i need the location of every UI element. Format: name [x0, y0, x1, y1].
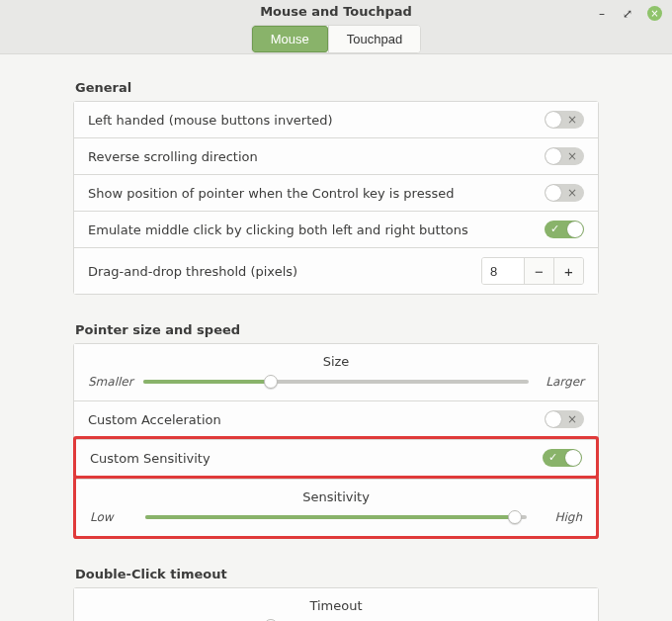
block-dclick-timeout: Timeout Short Long [74, 588, 598, 621]
section-title-dclick: Double-Click timeout [75, 567, 599, 581]
label-dnd-threshold: Drag-and-drop threshold (pixels) [88, 264, 481, 279]
panel-pointer: Size Smaller Larger Custom Acceleration … [73, 343, 599, 539]
label-size-min: Smaller [88, 375, 133, 389]
row-reverse-scroll: Reverse scrolling direction [74, 137, 598, 174]
block-pointer-size: Size Smaller Larger [74, 344, 598, 400]
label-custom-accel: Custom Acceleration [88, 412, 545, 427]
window-title: Mouse and Touchpad [260, 4, 412, 19]
row-left-handed: Left handed (mouse buttons inverted) [74, 102, 598, 137]
toggle-custom-sens[interactable] [543, 449, 582, 467]
minimize-button[interactable]: – [596, 8, 608, 20]
button-dnd-plus[interactable]: + [553, 258, 583, 284]
toggle-emulate-middle[interactable] [545, 221, 584, 238]
row-dnd-threshold: Drag-and-drop threshold (pixels) − + [74, 247, 598, 294]
label-timeout: Timeout [88, 598, 584, 613]
toggle-custom-accel[interactable] [545, 410, 584, 428]
label-size-max: Larger [539, 375, 584, 389]
slider-pointer-size[interactable] [143, 375, 529, 389]
row-custom-sens: Custom Sensitivity [76, 439, 596, 476]
row-custom-accel: Custom Acceleration [74, 400, 598, 437]
tab-bar: Mouse Touchpad [251, 25, 421, 53]
tab-touchpad[interactable]: Touchpad [328, 26, 420, 52]
label-sens-max: High [537, 510, 582, 524]
input-dnd-threshold[interactable] [482, 258, 524, 284]
toggle-show-position[interactable] [545, 184, 584, 202]
close-button[interactable]: × [647, 6, 662, 21]
label-custom-sens: Custom Sensitivity [90, 451, 543, 466]
label-left-handed: Left handed (mouse buttons inverted) [88, 113, 545, 128]
stepper-dnd-threshold: − + [481, 257, 584, 285]
label-sens-min: Low [90, 510, 135, 524]
toggle-left-handed[interactable] [545, 111, 584, 129]
slider-sensitivity[interactable] [145, 510, 527, 524]
label-show-position: Show position of pointer when the Contro… [88, 186, 545, 201]
toggle-reverse-scroll[interactable] [545, 147, 584, 165]
section-title-pointer: Pointer size and speed [75, 322, 599, 337]
window-controls: – ⤢ × [596, 6, 662, 21]
block-sensitivity: Sensitivity Low High [76, 479, 596, 536]
panel-dclick: Timeout Short Long Double-click test [73, 587, 599, 621]
panel-general: Left handed (mouse buttons inverted) Rev… [73, 101, 599, 295]
content-area: General Left handed (mouse buttons inver… [0, 54, 672, 621]
label-size: Size [88, 354, 584, 369]
row-show-position: Show position of pointer when the Contro… [74, 174, 598, 211]
section-title-general: General [75, 80, 599, 95]
button-dnd-minus[interactable]: − [524, 258, 553, 284]
label-reverse-scroll: Reverse scrolling direction [88, 149, 545, 164]
maximize-button[interactable]: ⤢ [622, 8, 633, 20]
label-sensitivity: Sensitivity [90, 489, 582, 504]
titlebar: Mouse and Touchpad – ⤢ × Mouse Touchpad [0, 0, 672, 54]
label-emulate-middle: Emulate middle click by clicking both le… [88, 222, 545, 237]
row-emulate-middle: Emulate middle click by clicking both le… [74, 211, 598, 247]
tab-mouse[interactable]: Mouse [252, 26, 328, 52]
